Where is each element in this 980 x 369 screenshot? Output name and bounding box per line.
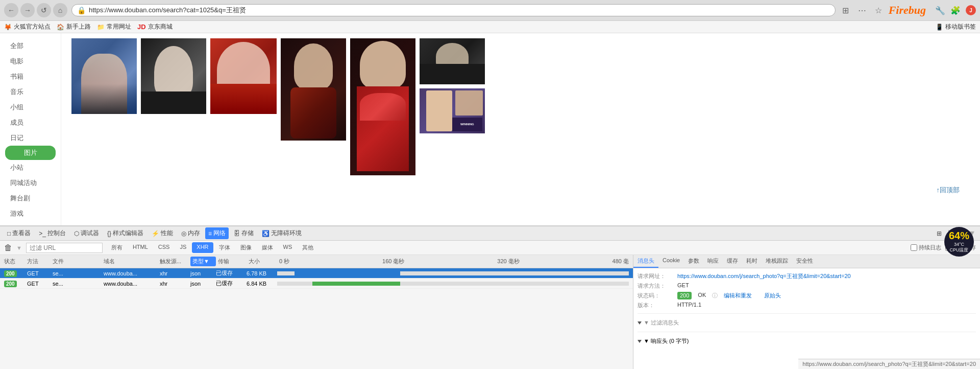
detail-tabs: 消息头 Cookie 参数 响应 缓存 耗时 堆栈跟踪 安全性 — [633, 255, 980, 268]
photo-item-5[interactable] — [350, 38, 415, 175]
mobile-bookmark[interactable]: 📱 移动版书签 — [936, 22, 976, 31]
row2-transfer: 已缓存 — [216, 280, 247, 287]
devtools: □ 查看器 >_ 控制台 ⬡ 调试器 {} 样式编辑器 ⚡ 性能 ◎ 内存 ≡ … — [0, 225, 980, 369]
sidebar-item-music[interactable]: 音乐 — [0, 84, 61, 100]
detail-tab-security[interactable]: 安全性 — [792, 255, 817, 268]
devtool-memory[interactable]: ◎ 内存 — [178, 227, 203, 239]
devtool-inspector[interactable]: □ 查看器 — [4, 227, 34, 239]
sidebar-item-book[interactable]: 书籍 — [0, 69, 61, 84]
row2-domain: www.douba... — [104, 281, 160, 287]
bookmark-firefox[interactable]: 🦊 火狐官方站点 — [4, 22, 51, 31]
detail-tab-cache[interactable]: 缓存 — [723, 255, 742, 268]
photo-item-2[interactable] — [141, 38, 206, 114]
storage-icon: 🗄 — [234, 230, 240, 237]
detail-tab-params[interactable]: 参数 — [684, 255, 703, 268]
storage-label: 存储 — [241, 229, 254, 238]
devtool-network[interactable]: ≡ 网络 — [205, 227, 229, 239]
filter-tab-ws[interactable]: WS — [279, 242, 297, 253]
sidebar-item-group[interactable]: 小组 — [0, 100, 61, 115]
reload-button[interactable]: ↺ — [37, 3, 51, 17]
filter-tab-media[interactable]: 媒体 — [257, 242, 278, 253]
response-label: ▼ 响应头 (0 字节) — [644, 337, 689, 345]
filter-url-input[interactable] — [26, 243, 103, 253]
sidebar-item-site[interactable]: 小站 — [0, 160, 61, 175]
photo-item-1[interactable] — [71, 38, 137, 114]
filter-tab-font[interactable]: 字体 — [214, 242, 235, 253]
menu-icon[interactable]: ⋯ — [856, 4, 868, 16]
folder-icon: 📁 — [97, 24, 105, 31]
sidebar-item-member[interactable]: 成员 — [0, 115, 61, 130]
row1-status-badge: 200 — [4, 270, 17, 277]
detail-tab-cookie[interactable]: Cookie — [658, 255, 684, 268]
sidebar-item-diary[interactable]: 日记 — [0, 130, 61, 146]
row1-size: 6.78 KB — [247, 270, 277, 276]
devtool-performance[interactable]: ⚡ 性能 — [149, 227, 176, 239]
bookmark-jd[interactable]: JD 京东商城 — [137, 22, 173, 31]
address-bar[interactable] — [89, 7, 830, 14]
devtool-style-editor[interactable]: {} 样式编辑器 — [104, 227, 146, 239]
devtool-storage[interactable]: 🗄 存储 — [231, 227, 257, 239]
filter-collapse-icon[interactable] — [638, 321, 642, 325]
persist-log-option[interactable]: 持续日志 — [911, 244, 941, 251]
photo-item-3[interactable] — [210, 38, 277, 114]
forward-button[interactable]: → — [20, 3, 35, 17]
persist-log-checkbox[interactable] — [911, 244, 917, 251]
raw-header-link[interactable]: 原始头 — [764, 292, 781, 299]
grid-icon[interactable]: ⊞ — [840, 4, 852, 16]
filter-headers-section: ▼ 过滤消息头 — [638, 313, 976, 329]
devtool-debugger[interactable]: ⬡ 调试器 — [71, 227, 102, 239]
sidebar-item-game[interactable]: 游戏 — [0, 206, 61, 221]
sidebar-item-theater[interactable]: 舞台剧 — [0, 191, 61, 206]
detail-tab-timing[interactable]: 耗时 — [742, 255, 762, 268]
back-button[interactable]: ← — [4, 3, 18, 17]
address-bar-container[interactable]: 🔒 — [71, 4, 836, 16]
network-row-2[interactable]: 200 GET se... www.douba... xhr json 已缓存 … — [0, 279, 633, 289]
page-content: 全部 电影 书籍 音乐 小组 成员 日记 图片 小站 同城活动 舞台剧 游戏 移… — [0, 33, 980, 225]
devtool-small-screen[interactable]: ⊞ — [934, 228, 945, 239]
filter-tab-css[interactable]: CSS — [154, 242, 175, 253]
response-collapse-icon[interactable] — [638, 340, 642, 343]
clear-button[interactable]: 🗑 — [4, 243, 12, 252]
profile-icon[interactable]: J — [966, 5, 976, 15]
filter-tab-image[interactable]: 图像 — [236, 242, 256, 253]
edit-resend-link[interactable]: 编辑和重发 — [724, 292, 752, 299]
bookmarks-bar: 🦊 火狐官方站点 🏠 新手上路 📁 常用网址 JD 京东商城 📱 移动版书签 — [0, 21, 980, 33]
bookmark-common[interactable]: 📁 常用网址 — [97, 22, 131, 31]
filter-tab-all[interactable]: 所有 — [107, 242, 127, 253]
request-url-label: 请求网址： — [638, 272, 673, 280]
row2-size: 6.84 KB — [247, 281, 277, 287]
row1-trigger: xhr — [160, 270, 190, 276]
request-url-value[interactable]: https://www.douban.com/j/search_photo?q=… — [677, 272, 851, 280]
security-icon: 🔒 — [77, 6, 86, 14]
star-icon[interactable]: ☆ — [872, 4, 885, 16]
filter-tab-other[interactable]: 其他 — [298, 242, 318, 253]
filter-tab-html[interactable]: HTML — [128, 242, 153, 253]
sidebar-item-app[interactable]: 移动应用 — [0, 221, 61, 225]
col-header-type: 类型▼ — [190, 257, 216, 266]
filter-tab-xhr[interactable]: XHR — [192, 242, 213, 253]
photo-item-4[interactable] — [281, 38, 346, 141]
devtools-toolbar: □ 查看器 >_ 控制台 ⬡ 调试器 {} 样式编辑器 ⚡ 性能 ◎ 内存 ≡ … — [0, 226, 980, 241]
detail-tab-response[interactable]: 响应 — [703, 255, 723, 268]
addon-icon[interactable]: 🧩 — [949, 4, 962, 16]
filter-tab-js[interactable]: JS — [175, 242, 191, 253]
home-button[interactable]: ⌂ — [53, 3, 67, 17]
detail-tab-headers[interactable]: 消息头 — [633, 255, 658, 268]
sidebar-item-all[interactable]: 全部 — [0, 38, 61, 54]
photo-item-6[interactable] — [420, 38, 485, 84]
devtools-icon[interactable]: 🔧 — [934, 4, 946, 16]
detail-tab-stacktrace[interactable]: 堆栈跟踪 — [762, 255, 792, 268]
photo-item-7[interactable]: WINNING — [420, 88, 485, 133]
performance-label: 性能 — [161, 229, 173, 238]
back-to-top[interactable]: ↑回顶部 — [71, 180, 970, 200]
response-section: ▼ 响应头 (0 字节) — [638, 332, 976, 345]
network-row-1[interactable]: 200 GET se... www.douba... xhr json 已缓存 … — [0, 268, 633, 279]
sidebar-item-photo[interactable]: 图片 — [5, 146, 56, 160]
sidebar-item-movie[interactable]: 电影 — [0, 54, 61, 69]
sidebar-item-event[interactable]: 同城活动 — [0, 175, 61, 191]
bookmark-newuser[interactable]: 🏠 新手上路 — [57, 22, 91, 31]
devtool-console[interactable]: >_ 控制台 — [36, 227, 69, 239]
col-header-status: 状态 — [4, 258, 27, 265]
nav-buttons: ← → ↺ ⌂ — [4, 3, 67, 17]
devtool-accessibility[interactable]: ♿ 无障碍环境 — [259, 227, 305, 239]
